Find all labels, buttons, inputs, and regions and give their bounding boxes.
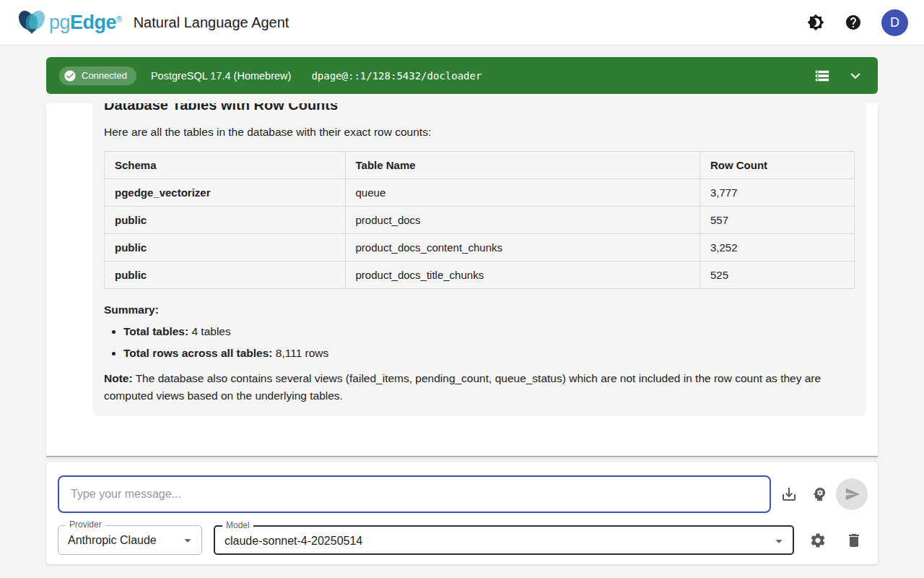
chevron-down-icon: [846, 66, 865, 85]
assistant-message-card: Database Tables with Row Counts Here are…: [92, 103, 866, 416]
cell-row-count: 525: [699, 262, 854, 289]
server-version-text: PostgreSQL 17.4 (Homebrew): [151, 70, 292, 82]
connection-status-bar: Connected PostgreSQL 17.4 (Homebrew) dpa…: [46, 57, 878, 94]
cell-schema: public: [105, 234, 346, 262]
cell-table-name: product_docs: [345, 207, 699, 234]
table-row: public product_docs_content_chunks 3,252: [105, 234, 855, 262]
storage-icon: [814, 68, 830, 84]
download-button[interactable]: [780, 485, 798, 504]
table-row: public product_docs 557: [105, 207, 855, 234]
connection-details-button[interactable]: [814, 68, 830, 84]
provider-select-label: Provider: [66, 519, 105, 530]
connection-expand-button[interactable]: [846, 66, 865, 85]
cell-schema: pgedge_vectorizer: [105, 179, 346, 207]
cell-schema: public: [105, 207, 346, 234]
check-circle-icon: [64, 69, 77, 82]
model-select[interactable]: Model claude-sonnet-4-20250514: [214, 525, 794, 555]
connected-badge: Connected: [59, 66, 136, 85]
table-row: pgedge_vectorizer queue 3,777: [105, 179, 855, 207]
cell-table-name: product_docs_title_chunks: [345, 262, 699, 289]
brightness-icon: [807, 14, 824, 31]
pgedge-logo-text: pgEdge®: [49, 12, 122, 34]
row-counts-table: Schema Table Name Row Count pgedge_vecto…: [104, 151, 855, 289]
provider-select[interactable]: Provider Anthropic Claude: [58, 525, 202, 555]
cell-table-name: queue: [345, 179, 699, 207]
page-title: Natural Language Agent: [134, 14, 289, 31]
download-icon: [780, 486, 798, 503]
message-heading: Database Tables with Row Counts: [104, 103, 855, 113]
model-select-label: Model: [222, 520, 253, 530]
help-button[interactable]: [844, 13, 863, 32]
clear-chat-button[interactable]: [845, 531, 863, 550]
summary-item-label: Total rows across all tables:: [123, 347, 272, 359]
list-item: Total rows across all tables: 8,111 rows: [123, 347, 855, 360]
header-actions: D: [806, 9, 908, 36]
table-row: public product_docs_title_chunks 525: [105, 262, 855, 289]
cell-schema: public: [105, 262, 346, 289]
connected-badge-label: Connected: [82, 70, 127, 81]
composer-panel: Provider Anthropic Claude Model claude-s…: [46, 462, 878, 564]
gear-icon: [809, 532, 827, 549]
help-icon: [845, 14, 862, 31]
summary-item-label: Total tables:: [123, 325, 188, 337]
message-intro-text: Here are all the tables in the database …: [104, 126, 855, 139]
trash-icon: [845, 532, 863, 549]
dropdown-arrow-icon: [180, 532, 196, 548]
cell-row-count: 3,777: [699, 179, 854, 207]
table-header-row: Schema Table Name Row Count: [105, 152, 855, 179]
summary-list: Total tables: 4 tables Total rows across…: [123, 325, 855, 360]
column-header-row-count: Row Count: [699, 152, 854, 179]
connection-string-text: dpage@::1/128:5432/docloader: [311, 70, 481, 82]
cell-row-count: 557: [699, 207, 854, 234]
list-item: Total tables: 4 tables: [123, 325, 855, 338]
psychology-icon: [811, 486, 828, 503]
column-header-schema: Schema: [105, 152, 346, 179]
model-select-value: claude-sonnet-4-20250514: [215, 527, 793, 555]
cell-row-count: 3,252: [699, 234, 854, 262]
dark-mode-toggle-button[interactable]: [806, 13, 825, 32]
note-label: Note:: [104, 372, 133, 384]
send-button[interactable]: [836, 478, 868, 510]
ai-thinking-button[interactable]: [810, 485, 829, 504]
send-icon: [845, 486, 860, 502]
user-avatar[interactable]: D: [881, 9, 908, 36]
column-header-table-name: Table Name: [345, 152, 699, 179]
pgedge-logo-mark: [16, 8, 48, 37]
note-text: The database also contains several views…: [104, 372, 821, 402]
pgedge-logo: pgEdge®: [16, 8, 122, 37]
settings-button[interactable]: [808, 531, 827, 550]
dropdown-arrow-icon: [771, 533, 787, 549]
cell-table-name: product_docs_content_chunks: [345, 234, 699, 262]
summary-item-value: 4 tables: [188, 325, 231, 337]
message-input[interactable]: [58, 475, 771, 513]
app-header: pgEdge® Natural Language Agent D: [0, 0, 924, 46]
summary-heading: Summary:: [104, 303, 855, 316]
chat-history-panel[interactable]: Database Tables with Row Counts Here are…: [46, 103, 878, 457]
message-note: Note: The database also contains several…: [104, 370, 855, 405]
summary-item-value: 8,111 rows: [272, 347, 328, 359]
connection-bar-actions: [814, 66, 865, 85]
